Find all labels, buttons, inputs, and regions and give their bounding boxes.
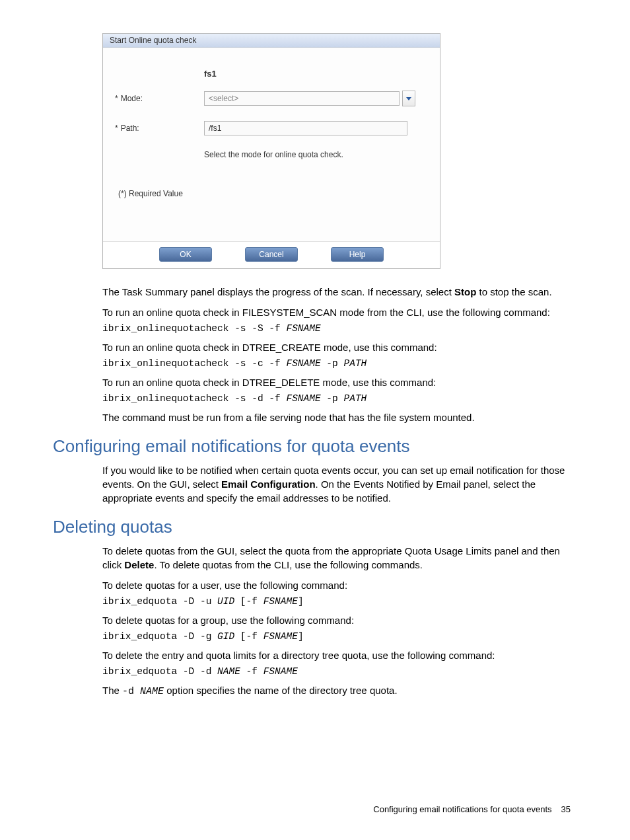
mode-label: *Mode: [115, 94, 204, 103]
command: ibrix_onlinequotacheck -s -d -f FSNAME -… [102, 393, 577, 404]
paragraph: To run an online quota check in DTREE_DE… [102, 375, 577, 389]
paragraph: The -d NAME option specifies the name of… [102, 683, 577, 699]
section-heading-email: Configuring email notifications for quot… [53, 436, 577, 457]
page-footer: Configuring email notifications for quot… [53, 804, 577, 814]
command: ibrix_edquota -D -u UID [-f FSNAME] [102, 596, 577, 607]
helper-text: Select the mode for online quota check. [204, 150, 428, 159]
help-button[interactable]: Help [331, 247, 384, 262]
filesystem-heading: fs1 [204, 69, 428, 79]
section-heading-deleting: Deleting quotas [53, 517, 577, 537]
chevron-down-icon [406, 97, 411, 100]
paragraph: To delete quotas for a group, use the fo… [102, 613, 577, 627]
command: ibrix_onlinequotacheck -s -S -f FSNAME [102, 323, 577, 334]
quota-check-dialog: Start Online quota check fs1 *Mode: <sel… [102, 33, 440, 269]
paragraph: To run an online quota check in FILESYST… [102, 305, 577, 319]
path-input[interactable]: /fs1 [204, 121, 407, 135]
command: ibrix_onlinequotacheck -s -c -f FSNAME -… [102, 358, 577, 369]
paragraph: To run an online quota check in DTREE_CR… [102, 340, 577, 354]
paragraph: To delete quotas for a user, use the fol… [102, 578, 577, 592]
cancel-button[interactable]: Cancel [245, 247, 298, 262]
command: ibrix_edquota -D -g GID [-f FSNAME] [102, 631, 577, 642]
paragraph: The Task Summary panel displays the prog… [102, 285, 577, 299]
required-note: (*) Required Value [118, 189, 428, 198]
path-label: *Path: [115, 124, 204, 133]
paragraph: The command must be run from a file serv… [102, 410, 577, 424]
dialog-title: Start Online quota check [103, 34, 440, 48]
paragraph: To delete quotas from the GUI, select th… [102, 544, 577, 572]
command: ibrix_edquota -D -d NAME -f FSNAME [102, 666, 577, 677]
ok-button[interactable]: OK [159, 247, 212, 262]
paragraph: If you would like to be notified when ce… [102, 463, 577, 505]
mode-select[interactable]: <select> [204, 91, 400, 106]
paragraph: To delete the entry and quota limits for… [102, 648, 577, 662]
mode-select-dropdown-button[interactable] [402, 91, 415, 106]
